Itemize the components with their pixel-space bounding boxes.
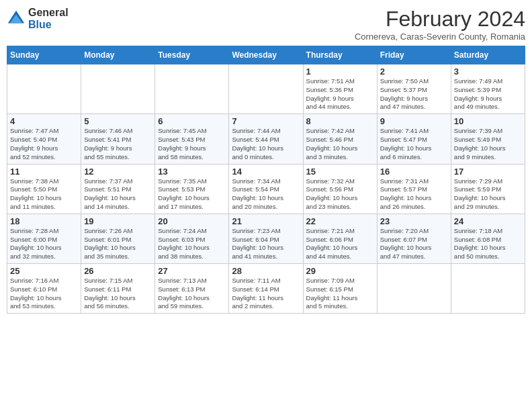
calendar-cell: 3Sunrise: 7:49 AM Sunset: 5:39 PM Daylig… [451,64,525,114]
cell-day-number: 12 [84,167,152,177]
cell-sun-info: Sunrise: 7:46 AM Sunset: 5:41 PM Dayligh… [84,127,152,161]
weekday-header-tuesday: Tuesday [155,46,229,64]
cell-sun-info: Sunrise: 7:23 AM Sunset: 6:04 PM Dayligh… [232,227,300,261]
calendar-cell: 13Sunrise: 7:35 AM Sunset: 5:53 PM Dayli… [155,164,229,214]
cell-sun-info: Sunrise: 7:13 AM Sunset: 6:13 PM Dayligh… [158,277,226,311]
calendar-cell: 16Sunrise: 7:31 AM Sunset: 5:57 PM Dayli… [377,164,451,214]
logo-icon [7,9,26,28]
cell-sun-info: Sunrise: 7:45 AM Sunset: 5:43 PM Dayligh… [158,127,226,161]
calendar-cell: 7Sunrise: 7:44 AM Sunset: 5:44 PM Daylig… [229,114,303,164]
cell-day-number: 9 [380,116,448,126]
cell-sun-info: Sunrise: 7:32 AM Sunset: 5:56 PM Dayligh… [306,177,374,212]
calendar-cell: 8Sunrise: 7:42 AM Sunset: 5:46 PM Daylig… [303,114,377,164]
calendar-header-row: SundayMondayTuesdayWednesdayThursdayFrid… [7,46,525,64]
calendar-cell: 21Sunrise: 7:23 AM Sunset: 6:04 PM Dayli… [229,214,303,263]
cell-sun-info: Sunrise: 7:35 AM Sunset: 5:53 PM Dayligh… [158,177,226,212]
cell-day-number: 19 [84,216,152,226]
calendar-cell: 9Sunrise: 7:41 AM Sunset: 5:47 PM Daylig… [377,114,451,164]
cell-sun-info: Sunrise: 7:24 AM Sunset: 6:03 PM Dayligh… [158,227,226,261]
cell-sun-info: Sunrise: 7:15 AM Sunset: 6:11 PM Dayligh… [84,277,152,311]
cell-sun-info: Sunrise: 7:29 AM Sunset: 5:59 PM Dayligh… [454,177,522,212]
cell-sun-info: Sunrise: 7:49 AM Sunset: 5:39 PM Dayligh… [454,77,522,111]
calendar-cell: 22Sunrise: 7:21 AM Sunset: 6:06 PM Dayli… [303,214,377,263]
calendar-week-row: 25Sunrise: 7:16 AM Sunset: 6:10 PM Dayli… [7,264,525,314]
cell-day-number: 13 [158,167,226,177]
cell-day-number: 27 [158,266,226,276]
cell-day-number: 25 [10,266,78,276]
cell-sun-info: Sunrise: 7:38 AM Sunset: 5:50 PM Dayligh… [10,177,78,212]
weekday-header-thursday: Thursday [303,46,377,64]
cell-day-number: 7 [232,116,300,126]
logo-general-text: General [28,7,69,19]
calendar-cell: 15Sunrise: 7:32 AM Sunset: 5:56 PM Dayli… [303,164,377,214]
cell-sun-info: Sunrise: 7:51 AM Sunset: 5:36 PM Dayligh… [306,77,374,111]
cell-sun-info: Sunrise: 7:41 AM Sunset: 5:47 PM Dayligh… [380,127,448,161]
calendar-cell: 19Sunrise: 7:26 AM Sunset: 6:01 PM Dayli… [81,214,155,263]
calendar-cell: 12Sunrise: 7:37 AM Sunset: 5:51 PM Dayli… [81,164,155,214]
calendar-cell [155,64,229,114]
calendar-cell: 6Sunrise: 7:45 AM Sunset: 5:43 PM Daylig… [155,114,229,164]
weekday-header-saturday: Saturday [451,46,525,64]
calendar-cell: 2Sunrise: 7:50 AM Sunset: 5:37 PM Daylig… [377,64,451,114]
cell-sun-info: Sunrise: 7:31 AM Sunset: 5:57 PM Dayligh… [380,177,448,212]
logo-blue-text: Blue [28,19,69,31]
calendar-cell: 4Sunrise: 7:47 AM Sunset: 5:40 PM Daylig… [7,114,81,164]
calendar-cell: 23Sunrise: 7:20 AM Sunset: 6:07 PM Dayli… [377,214,451,263]
calendar-cell: 1Sunrise: 7:51 AM Sunset: 5:36 PM Daylig… [303,64,377,114]
cell-day-number: 26 [84,266,152,276]
cell-day-number: 1 [306,66,374,77]
cell-day-number: 20 [158,216,226,226]
cell-sun-info: Sunrise: 7:11 AM Sunset: 6:14 PM Dayligh… [232,277,300,311]
cell-sun-info: Sunrise: 7:47 AM Sunset: 5:40 PM Dayligh… [10,127,78,161]
cell-sun-info: Sunrise: 7:21 AM Sunset: 6:06 PM Dayligh… [306,227,374,261]
calendar-week-row: 1Sunrise: 7:51 AM Sunset: 5:36 PM Daylig… [7,64,525,114]
cell-day-number: 29 [306,266,374,276]
calendar-cell: 11Sunrise: 7:38 AM Sunset: 5:50 PM Dayli… [7,164,81,214]
cell-day-number: 14 [232,167,300,177]
cell-day-number: 23 [380,216,448,226]
cell-day-number: 10 [454,116,522,126]
calendar-cell [7,64,81,114]
cell-sun-info: Sunrise: 7:34 AM Sunset: 5:54 PM Dayligh… [232,177,300,212]
calendar-title: February 2024 [355,7,525,32]
calendar-cell: 20Sunrise: 7:24 AM Sunset: 6:03 PM Dayli… [155,214,229,263]
calendar-cell: 10Sunrise: 7:39 AM Sunset: 5:49 PM Dayli… [451,114,525,164]
calendar-week-row: 11Sunrise: 7:38 AM Sunset: 5:50 PM Dayli… [7,164,525,214]
cell-day-number: 18 [10,216,78,226]
cell-sun-info: Sunrise: 7:42 AM Sunset: 5:46 PM Dayligh… [306,127,374,161]
cell-sun-info: Sunrise: 7:09 AM Sunset: 6:15 PM Dayligh… [306,277,374,311]
weekday-header-friday: Friday [377,46,451,64]
calendar-cell [81,64,155,114]
cell-day-number: 2 [380,66,448,77]
cell-day-number: 28 [232,266,300,276]
cell-sun-info: Sunrise: 7:44 AM Sunset: 5:44 PM Dayligh… [232,127,300,161]
page-header: General Blue February 2024 Cornereva, Ca… [7,7,525,42]
calendar-subtitle: Cornereva, Caras-Severin County, Romania [355,32,525,42]
calendar-cell [377,264,451,314]
cell-day-number: 3 [454,66,522,77]
calendar-cell: 27Sunrise: 7:13 AM Sunset: 6:13 PM Dayli… [155,264,229,314]
cell-day-number: 4 [10,116,78,126]
calendar-cell [229,64,303,114]
cell-sun-info: Sunrise: 7:20 AM Sunset: 6:07 PM Dayligh… [380,227,448,261]
cell-day-number: 8 [306,116,374,126]
weekday-header-wednesday: Wednesday [229,46,303,64]
cell-sun-info: Sunrise: 7:26 AM Sunset: 6:01 PM Dayligh… [84,227,152,261]
cell-day-number: 11 [10,167,78,177]
calendar-cell: 25Sunrise: 7:16 AM Sunset: 6:10 PM Dayli… [7,264,81,314]
calendar-cell: 29Sunrise: 7:09 AM Sunset: 6:15 PM Dayli… [303,264,377,314]
cell-sun-info: Sunrise: 7:37 AM Sunset: 5:51 PM Dayligh… [84,177,152,212]
calendar-cell: 14Sunrise: 7:34 AM Sunset: 5:54 PM Dayli… [229,164,303,214]
calendar-cell: 28Sunrise: 7:11 AM Sunset: 6:14 PM Dayli… [229,264,303,314]
cell-day-number: 6 [158,116,226,126]
cell-day-number: 22 [306,216,374,226]
cell-sun-info: Sunrise: 7:39 AM Sunset: 5:49 PM Dayligh… [454,127,522,161]
calendar-cell: 24Sunrise: 7:18 AM Sunset: 6:08 PM Dayli… [451,214,525,263]
cell-sun-info: Sunrise: 7:18 AM Sunset: 6:08 PM Dayligh… [454,227,522,261]
logo: General Blue [7,7,69,30]
cell-sun-info: Sunrise: 7:50 AM Sunset: 5:37 PM Dayligh… [380,77,448,111]
cell-sun-info: Sunrise: 7:28 AM Sunset: 6:00 PM Dayligh… [10,227,78,261]
calendar-cell [451,264,525,314]
cell-sun-info: Sunrise: 7:16 AM Sunset: 6:10 PM Dayligh… [10,277,78,311]
calendar-cell: 5Sunrise: 7:46 AM Sunset: 5:41 PM Daylig… [81,114,155,164]
